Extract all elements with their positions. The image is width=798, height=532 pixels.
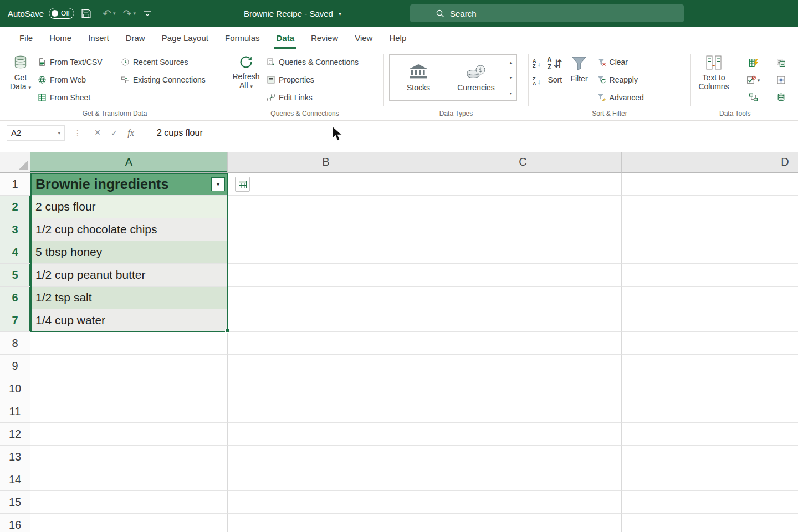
cell-C15[interactable] <box>424 491 622 514</box>
cell-B13[interactable] <box>228 446 424 468</box>
tab-insert[interactable]: Insert <box>80 27 117 49</box>
cell-A14[interactable] <box>30 468 228 491</box>
cell-B6[interactable] <box>228 287 424 309</box>
reapply-filter-button[interactable]: Reapply <box>595 73 653 86</box>
refresh-all-button[interactable]: Refresh All ▾ <box>228 51 264 90</box>
cell-A10[interactable] <box>30 377 228 400</box>
get-data-button[interactable]: Get Data ▾ <box>6 51 35 91</box>
data-validation-button[interactable]: ▾ <box>739 71 767 89</box>
remove-duplicates-button[interactable] <box>767 54 795 71</box>
cell-A13[interactable] <box>30 446 228 468</box>
row-header-8[interactable]: 8 <box>0 332 30 355</box>
relationships-button[interactable] <box>739 89 767 106</box>
column-header-C[interactable]: C <box>424 152 622 173</box>
cell-D15[interactable] <box>622 491 798 514</box>
cell-C11[interactable] <box>424 400 622 423</box>
cell-A9[interactable] <box>30 355 228 377</box>
cell-C5[interactable] <box>424 264 622 287</box>
table-filter-button[interactable]: ▾ <box>211 177 225 191</box>
cell-C6[interactable] <box>424 287 622 309</box>
cell-D8[interactable] <box>622 332 798 355</box>
insert-function-button[interactable]: fx <box>122 125 139 141</box>
cell-D12[interactable] <box>622 423 798 446</box>
cell-C8[interactable] <box>424 332 622 355</box>
edit-links-button[interactable]: Edit Links <box>264 91 375 104</box>
stocks-button[interactable]: Stocks <box>390 55 447 100</box>
cell-C1[interactable] <box>424 173 622 196</box>
consolidate-button[interactable] <box>767 71 795 89</box>
autosave-toggle[interactable]: Off <box>49 8 74 19</box>
cell-C13[interactable] <box>424 446 622 468</box>
cell-D5[interactable] <box>622 264 798 287</box>
row-header-7[interactable]: 7 <box>0 309 30 332</box>
table-quick-options-button[interactable] <box>235 177 250 192</box>
cell-A3[interactable]: 1/2 cup chocolate chips <box>30 218 228 241</box>
cell-C12[interactable] <box>424 423 622 446</box>
row-header-4[interactable]: 4 <box>0 241 30 264</box>
flash-fill-button[interactable] <box>739 54 767 71</box>
save-button[interactable] <box>76 4 95 23</box>
cell-B2[interactable] <box>228 196 424 218</box>
row-header-6[interactable]: 6 <box>0 287 30 309</box>
enter-entry-button[interactable]: ✓ <box>106 125 122 141</box>
advanced-filter-button[interactable]: Advanced <box>595 91 653 104</box>
properties-button[interactable]: Properties <box>264 73 375 86</box>
cell-B4[interactable] <box>228 241 424 264</box>
cell-D10[interactable] <box>622 377 798 400</box>
sort-ascending-button[interactable]: AZ ↓ <box>530 57 543 71</box>
cell-B3[interactable] <box>228 218 424 241</box>
from-web-button[interactable]: From Web <box>35 73 119 86</box>
cell-B11[interactable] <box>228 400 424 423</box>
cell-A7[interactable]: 1/4 cup water <box>30 309 228 332</box>
formula-bar-splitter-icon[interactable]: ⋮ <box>74 129 81 137</box>
cell-D1[interactable] <box>622 173 798 196</box>
gallery-scroll-down-button[interactable]: ▾ <box>505 70 516 86</box>
redo-menu-chevron-icon[interactable]: ▾ <box>134 11 136 16</box>
from-text-csv-button[interactable]: From Text/CSV <box>35 55 119 68</box>
tab-review[interactable]: Review <box>303 27 346 49</box>
cell-A4[interactable]: 5 tbsp honey <box>30 241 228 264</box>
cell-A12[interactable] <box>30 423 228 446</box>
tab-page-layout[interactable]: Page Layout <box>154 27 217 49</box>
row-header-1[interactable]: 1 <box>0 173 30 196</box>
row-header-15[interactable]: 15 <box>0 491 30 514</box>
cell-B8[interactable] <box>228 332 424 355</box>
cell-A1[interactable]: Brownie ingredients <box>30 173 228 196</box>
cell-A2[interactable]: 2 cups flour <box>30 196 228 218</box>
cell-A6[interactable]: 1/2 tsp salt <box>30 287 228 309</box>
manage-data-model-button[interactable] <box>767 89 795 106</box>
cell-B10[interactable] <box>228 377 424 400</box>
cell-D11[interactable] <box>622 400 798 423</box>
column-header-A[interactable]: A <box>30 152 228 173</box>
tab-help[interactable]: Help <box>381 27 415 49</box>
tab-draw[interactable]: Draw <box>117 27 154 49</box>
fill-handle[interactable] <box>225 329 229 333</box>
row-header-9[interactable]: 9 <box>0 355 30 377</box>
cell-C14[interactable] <box>424 468 622 491</box>
undo-menu-chevron-icon[interactable]: ▾ <box>113 11 116 16</box>
row-header-2[interactable]: 2 <box>0 196 30 218</box>
sort-button[interactable]: AZ ⇵ Sort <box>543 51 566 85</box>
cell-D4[interactable] <box>622 241 798 264</box>
autosave-control[interactable]: AutoSave Off <box>8 8 74 19</box>
cell-B15[interactable] <box>228 491 424 514</box>
cell-A11[interactable] <box>30 400 228 423</box>
currencies-button[interactable]: Currencies <box>447 55 505 100</box>
cell-B7[interactable] <box>228 309 424 332</box>
cell-B1[interactable] <box>228 173 424 196</box>
select-all-button[interactable] <box>0 152 30 173</box>
name-box-chevron-icon[interactable]: ▾ <box>58 130 60 136</box>
from-sheet-button[interactable]: From Sheet <box>35 91 119 104</box>
gallery-scroll-up-button[interactable]: ▴ <box>505 55 516 70</box>
row-header-16[interactable]: 16 <box>0 514 30 532</box>
tab-file[interactable]: File <box>11 27 41 49</box>
cell-C2[interactable] <box>424 196 622 218</box>
row-header-3[interactable]: 3 <box>0 218 30 241</box>
tab-data[interactable]: Data <box>268 27 303 49</box>
cell-B12[interactable] <box>228 423 424 446</box>
cell-B16[interactable] <box>228 514 424 532</box>
existing-connections-button[interactable]: Existing Connections <box>119 73 222 86</box>
cell-D9[interactable] <box>622 355 798 377</box>
row-header-14[interactable]: 14 <box>0 468 30 491</box>
cell-B9[interactable] <box>228 355 424 377</box>
